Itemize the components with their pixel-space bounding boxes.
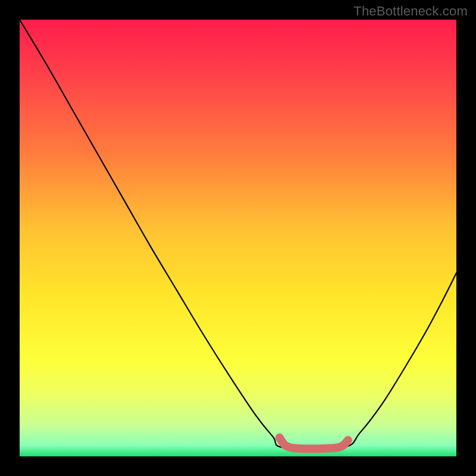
watermark-text: TheBottleneck.com: [353, 4, 468, 19]
chart-canvas: [20, 20, 456, 456]
bottleneck-chart: [20, 20, 456, 456]
